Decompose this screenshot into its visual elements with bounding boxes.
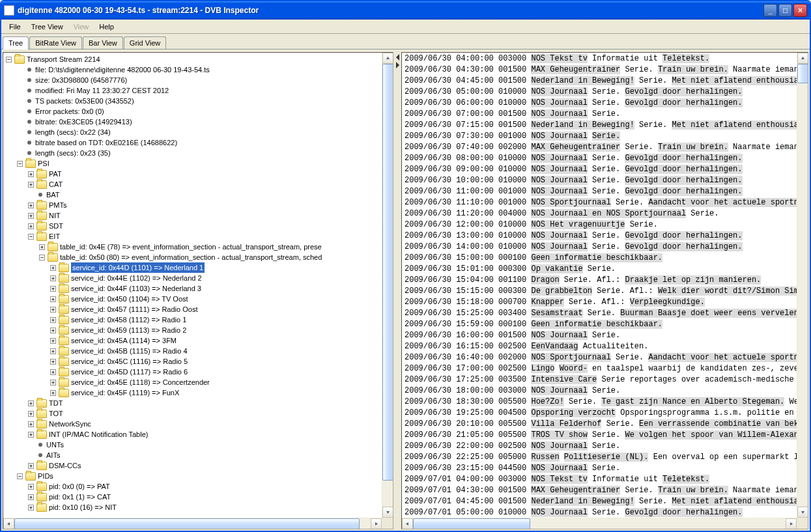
expand-toggle[interactable]: +: [50, 348, 56, 354]
event-row[interactable]: 2009/06/30 11:10:00 001000 NOS Sportjour…: [405, 197, 794, 208]
event-row[interactable]: 2009/06/30 15:15:00 000300 De grabbelton…: [405, 286, 794, 297]
event-row[interactable]: 2009/07/01 05:00:00 010000 NOS Journaal …: [405, 507, 794, 518]
tree-label[interactable]: service_id: 0x45A (1114) => 3FM: [71, 335, 177, 346]
tree-node[interactable]: +NIT: [3, 210, 382, 221]
event-row[interactable]: 2009/06/30 09:00:00 010000 NOS Journaal …: [405, 164, 794, 175]
menu-help[interactable]: Help: [94, 21, 119, 32]
tree-node[interactable]: +service_id: 0x45B (1115) => Radio 4: [3, 346, 382, 356]
expand-toggle[interactable]: −: [39, 255, 45, 260]
expand-toggle[interactable]: +: [39, 244, 45, 250]
details-hscrollbar[interactable]: [402, 518, 797, 529]
event-row[interactable]: 2009/06/30 16:00:00 001500 NOS Journaal …: [405, 330, 794, 341]
tree-node[interactable]: bitrate based on TDT: 0xE0216E (14688622…: [3, 137, 382, 148]
tree-node[interactable]: −PIDs: [3, 471, 382, 481]
tree-node[interactable]: +service_id: 0x45E (1118) => Concertzend…: [3, 377, 382, 387]
scroll-left-button[interactable]: [402, 518, 413, 529]
tree-label[interactable]: INT (IP/MAC Notification Table): [49, 429, 148, 440]
scroll-right-button[interactable]: [371, 518, 382, 529]
event-row[interactable]: 2009/06/30 15:01:00 000300 Op vakantie S…: [405, 264, 794, 275]
scroll-down-button[interactable]: [797, 507, 808, 518]
scroll-up-button[interactable]: [797, 53, 808, 64]
scroll-right-button[interactable]: [786, 518, 797, 529]
tree-node[interactable]: TS packets: 0x53E00 (343552): [3, 96, 382, 106]
tree-node[interactable]: +pid: 0x0 (0) => PAT: [3, 481, 382, 492]
tree-node[interactable]: +table_id: 0x4E (78) => event_informatio…: [3, 242, 382, 252]
expand-toggle[interactable]: +: [50, 390, 56, 396]
tree-node[interactable]: UNTs: [3, 440, 382, 450]
event-row[interactable]: 2009/06/30 11:20:00 004000 NOS Journaal …: [405, 208, 794, 219]
tree-view[interactable]: −Transport Stream 2214file: D:\ts\digite…: [3, 53, 382, 518]
expand-toggle[interactable]: +: [28, 182, 34, 188]
tree-label[interactable]: modified: Fri May 11 23:30:27 CEST 2012: [35, 85, 169, 96]
tree-label[interactable]: AITs: [46, 450, 60, 460]
expand-toggle[interactable]: +: [28, 484, 34, 490]
tree-label[interactable]: PMTs: [49, 200, 67, 210]
tree-label[interactable]: TOT: [49, 408, 63, 419]
event-row[interactable]: 2009/06/30 22:25:00 005000 Russen Politi…: [405, 452, 794, 463]
maximize-button[interactable]: □: [778, 4, 792, 17]
tab-bitrate[interactable]: BitRate View: [29, 36, 82, 49]
tree-node[interactable]: +pid: 0x1 (1) => CAT: [3, 492, 382, 502]
expand-toggle[interactable]: −: [28, 234, 34, 240]
vscroll-thumb[interactable]: [797, 64, 808, 83]
expand-toggle[interactable]: +: [28, 171, 34, 177]
tree-node[interactable]: −Transport Stream 2214: [3, 54, 382, 64]
tree-node[interactable]: length (secs): 0x22 (34): [3, 127, 382, 137]
tree-label[interactable]: service_id: 0x44F (1103) => Nederland 3: [71, 283, 201, 294]
tree-label[interactable]: SDT: [49, 221, 63, 231]
event-row[interactable]: 2009/06/30 04:00:00 003000 NOS Tekst tv …: [405, 53, 794, 64]
expand-toggle[interactable]: +: [50, 328, 56, 333]
expand-toggle[interactable]: −: [6, 57, 12, 63]
tree-label[interactable]: PAT: [49, 169, 62, 179]
tab-tree[interactable]: Tree: [3, 36, 29, 49]
event-row[interactable]: 2009/06/30 17:25:00 003500 Intensive Car…: [405, 374, 794, 385]
event-row[interactable]: 2009/06/30 07:15:00 001500 Nederland in …: [405, 120, 794, 131]
expand-toggle[interactable]: +: [50, 296, 56, 302]
tree-node[interactable]: length (secs): 0x23 (35): [3, 148, 382, 158]
tree-node[interactable]: +pid: 0x10 (16) => NIT: [3, 502, 382, 512]
minimize-button[interactable]: _: [763, 4, 777, 17]
event-row[interactable]: 2009/06/30 07:30:00 001000 NOS Journaal …: [405, 131, 794, 142]
expand-toggle[interactable]: +: [50, 359, 56, 365]
tree-label[interactable]: TDT: [49, 398, 63, 408]
tree-node[interactable]: +service_id: 0x458 (1112) => Radio 1: [3, 315, 382, 325]
tree-hscrollbar[interactable]: [3, 518, 382, 529]
tree-node[interactable]: file: D:\ts\digitenne\digitenne 482000 0…: [3, 64, 382, 75]
expand-toggle[interactable]: +: [28, 463, 34, 469]
tree-label[interactable]: service_id: 0x44E (1102) => Nederland 2: [71, 273, 202, 283]
tree-node[interactable]: +service_id: 0x459 (1113) => Radio 2: [3, 325, 382, 335]
tree-label[interactable]: file: D:\ts\digitenne\digitenne 482000 0…: [35, 64, 210, 75]
tree-node[interactable]: +PMTs: [3, 200, 382, 210]
event-row[interactable]: 2009/06/30 17:00:00 002500 Lingo Woord- …: [405, 363, 794, 374]
event-row[interactable]: 2009/06/30 04:45:00 001500 Nederland in …: [405, 76, 794, 87]
expand-toggle[interactable]: −: [17, 473, 23, 479]
tree-label[interactable]: service_id: 0x44D (1101) => Nederland 1: [71, 262, 205, 273]
tree-label[interactable]: pid: 0x1 (1) => CAT: [49, 492, 111, 502]
event-row[interactable]: 2009/06/30 04:30:00 001500 MAX Geheugent…: [405, 64, 794, 76]
tree-node[interactable]: +service_id: 0x457 (1111) => Radio Oost: [3, 304, 382, 315]
details-vscrollbar[interactable]: [797, 53, 808, 518]
scroll-left-button[interactable]: [3, 518, 14, 529]
event-row[interactable]: 2009/06/30 16:40:00 002000 NOS Sportjour…: [405, 352, 794, 363]
event-row[interactable]: 2009/06/30 07:40:00 002000 MAX Geheugent…: [405, 142, 794, 153]
expand-toggle[interactable]: +: [28, 505, 34, 511]
tree-label[interactable]: bitrate based on TDT: 0xE0216E (14688622…: [35, 137, 177, 148]
hscroll-thumb[interactable]: [413, 518, 530, 529]
tree-node[interactable]: +service_id: 0x45F (1119) => FunX: [3, 387, 382, 398]
tree-node[interactable]: +PAT: [3, 169, 382, 179]
tab-grid[interactable]: Grid View: [124, 36, 166, 49]
tree-label[interactable]: PSI: [38, 158, 50, 169]
event-row[interactable]: 2009/06/30 06:00:00 010000 NOS Journaal …: [405, 98, 794, 109]
tree-node[interactable]: +CAT: [3, 179, 382, 189]
tree-label[interactable]: service_id: 0x457 (1111) => Radio Oost: [71, 304, 197, 315]
tree-label[interactable]: Error packets: 0x0 (0): [35, 106, 104, 117]
expand-toggle[interactable]: +: [28, 494, 34, 500]
expand-toggle[interactable]: +: [50, 369, 56, 375]
tree-label[interactable]: service_id: 0x45D (1117) => Radio 6: [71, 367, 188, 377]
expand-toggle[interactable]: +: [28, 400, 34, 406]
tree-node[interactable]: Error packets: 0x0 (0): [3, 106, 382, 117]
expand-toggle[interactable]: +: [28, 213, 34, 219]
tree-node[interactable]: +service_id: 0x44D (1101) => Nederland 1: [3, 262, 382, 273]
close-button[interactable]: ×: [793, 4, 807, 17]
event-row[interactable]: 2009/06/30 15:00:00 000100 Geen informat…: [405, 253, 794, 264]
